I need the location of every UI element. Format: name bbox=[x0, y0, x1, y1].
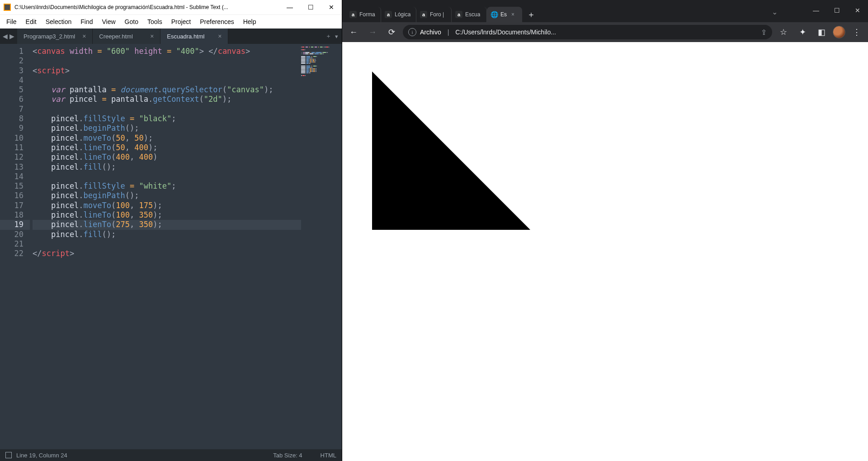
svg-marker-0 bbox=[372, 71, 530, 230]
sublime-tabbar: ◀ ▶ Programap3_2.html×Creeper.html×Escua… bbox=[0, 29, 342, 44]
tab-next-icon[interactable]: ▶ bbox=[9, 33, 14, 40]
menu-find[interactable]: Find bbox=[77, 16, 96, 27]
chrome-menu-icon[interactable]: ⋮ bbox=[849, 24, 864, 40]
status-syntax[interactable]: HTML bbox=[321, 452, 336, 459]
sublime-titlebar[interactable]: C:\Users\lnrds\Documents\Michilogica de … bbox=[0, 0, 342, 14]
chrome-titlebar-spacer bbox=[342, 0, 868, 4]
maximize-button[interactable]: ☐ bbox=[826, 0, 847, 21]
tab-label: Lógica bbox=[395, 11, 410, 18]
omnibox-path: C:/Users/lnrds/Documents/Michilo... bbox=[455, 29, 556, 36]
bookmark-star-icon[interactable]: ☆ bbox=[776, 24, 791, 40]
minimize-button[interactable]: — bbox=[279, 0, 300, 14]
tab-label: Forma bbox=[359, 11, 375, 18]
minimize-button[interactable]: — bbox=[806, 0, 826, 21]
tab-prev-icon[interactable]: ◀ bbox=[3, 33, 8, 40]
sublime-logo-icon bbox=[4, 4, 11, 11]
chrome-toolbar: ← → ⟳ i Archivo | C:/Users/lnrds/Documen… bbox=[342, 22, 868, 42]
tab-label: Programap3_2.html bbox=[24, 33, 75, 40]
editor-tab[interactable]: Programap3_2.html× bbox=[17, 29, 93, 44]
tab-label: Foro | bbox=[430, 11, 444, 18]
tab-close-icon[interactable]: × bbox=[211, 33, 222, 40]
menu-help[interactable]: Help bbox=[240, 16, 260, 27]
menu-project[interactable]: Project bbox=[168, 16, 195, 27]
site-info-icon[interactable]: i bbox=[408, 28, 416, 36]
sublime-window: C:\Users\lnrds\Documents\Michilogica de … bbox=[0, 0, 342, 461]
favicon-icon: a bbox=[455, 11, 462, 18]
omnibox-scheme: Archivo bbox=[420, 29, 441, 36]
sublime-title: C:\Users\lnrds\Documents\Michilogica de … bbox=[14, 4, 279, 10]
editor-tab[interactable]: Creeper.html× bbox=[93, 29, 160, 44]
browser-tab[interactable]: 🌐Es× bbox=[487, 7, 522, 22]
status-tabsize[interactable]: Tab Size: 4 bbox=[273, 452, 302, 459]
new-tab-button[interactable]: ＋ bbox=[326, 32, 331, 40]
reload-button[interactable]: ⟳ bbox=[384, 24, 399, 40]
back-button[interactable]: ← bbox=[346, 24, 361, 40]
favicon-icon: a bbox=[420, 11, 427, 18]
close-button[interactable]: ✕ bbox=[321, 0, 342, 14]
favicon-icon: a bbox=[349, 11, 357, 18]
tab-nav-arrows[interactable]: ◀ ▶ bbox=[0, 29, 17, 44]
tab-label: Es bbox=[500, 11, 507, 18]
status-cursor[interactable]: Line 19, Column 24 bbox=[16, 452, 67, 459]
tab-close-icon[interactable]: × bbox=[511, 11, 514, 18]
close-button[interactable]: ✕ bbox=[847, 0, 868, 21]
browser-tab[interactable]: aForma bbox=[346, 7, 381, 22]
tab-label: Creeper.html bbox=[99, 33, 132, 40]
tab-close-icon[interactable]: × bbox=[143, 33, 154, 40]
browser-tab[interactable]: aLógica bbox=[381, 7, 416, 22]
menu-selection[interactable]: Selection bbox=[42, 16, 75, 27]
extensions-icon[interactable]: ✦ bbox=[795, 24, 810, 40]
sublime-statusbar: Line 19, Column 24 Tab Size: 4 HTML bbox=[0, 449, 342, 461]
browser-tab[interactable]: aForo | bbox=[416, 7, 452, 22]
chrome-tabstrip: aFormaaLógicaaForo |aEscua🌐Es× ＋ ⌄ — ☐ ✕ bbox=[342, 4, 868, 22]
tab-label: Escuadra.html bbox=[167, 33, 204, 40]
tab-label: Escua bbox=[465, 11, 480, 18]
line-gutter[interactable]: 12345678910111213141516171819202122 bbox=[0, 44, 30, 449]
minimap[interactable] bbox=[301, 44, 342, 449]
menu-tools[interactable]: Tools bbox=[144, 16, 166, 27]
side-panel-icon[interactable]: ◧ bbox=[814, 24, 829, 40]
menu-goto[interactable]: Goto bbox=[121, 16, 142, 27]
favicon-icon: 🌐 bbox=[491, 11, 498, 18]
favicon-icon: a bbox=[385, 11, 392, 18]
code-editor[interactable]: <canvas width = "600" height = "400"> </… bbox=[30, 44, 301, 449]
editor-body: 12345678910111213141516171819202122 <can… bbox=[0, 44, 342, 449]
menu-view[interactable]: View bbox=[99, 16, 119, 27]
tab-close-icon[interactable]: × bbox=[75, 33, 86, 40]
menu-file[interactable]: File bbox=[3, 16, 20, 27]
rendered-canvas bbox=[349, 49, 621, 230]
profile-avatar[interactable] bbox=[833, 26, 845, 38]
browser-tab[interactable]: aEscua bbox=[452, 7, 487, 22]
sublime-menubar: FileEditSelectionFindViewGotoToolsProjec… bbox=[0, 14, 342, 29]
status-panel-icon[interactable] bbox=[5, 452, 12, 458]
menu-preferences[interactable]: Preferences bbox=[196, 16, 237, 27]
chrome-window: aFormaaLógicaaForo |aEscua🌐Es× ＋ ⌄ — ☐ ✕… bbox=[342, 0, 868, 461]
page-viewport[interactable] bbox=[342, 42, 868, 461]
forward-button[interactable]: → bbox=[365, 24, 380, 40]
tab-menu-icon[interactable]: ▾ bbox=[335, 33, 338, 40]
tab-search-icon[interactable]: ⌄ bbox=[772, 8, 778, 16]
menu-edit[interactable]: Edit bbox=[22, 16, 40, 27]
omnibox-separator: | bbox=[445, 29, 452, 36]
editor-tab[interactable]: Escuadra.html× bbox=[160, 29, 228, 44]
share-icon[interactable]: ⇪ bbox=[761, 28, 767, 37]
chrome-new-tab-button[interactable]: ＋ bbox=[525, 8, 538, 21]
omnibox[interactable]: i Archivo | C:/Users/lnrds/Documents/Mic… bbox=[403, 25, 772, 39]
maximize-button[interactable]: ☐ bbox=[300, 0, 321, 14]
